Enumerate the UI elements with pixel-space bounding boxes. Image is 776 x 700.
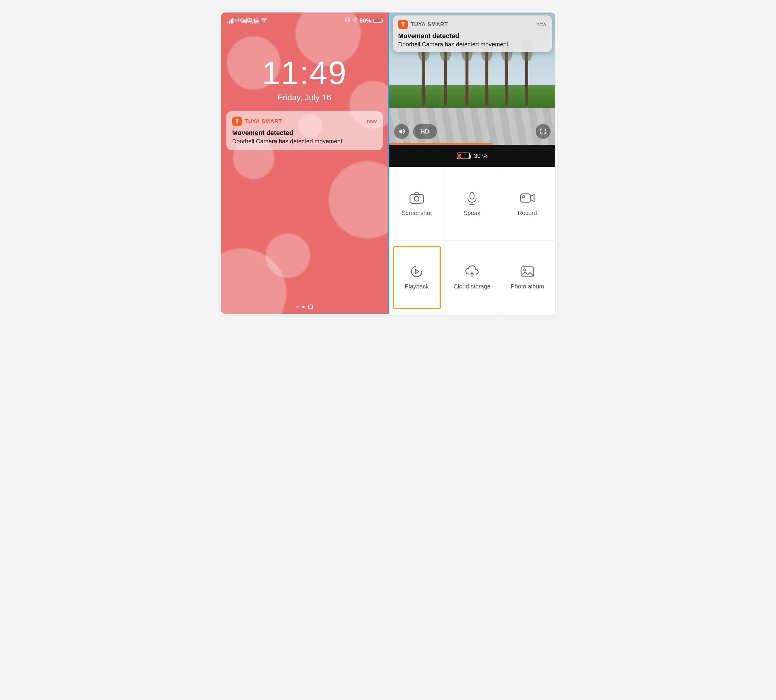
clock: 11:49 Friday, July 16 [221, 54, 388, 102]
tuya-app-icon [398, 20, 408, 29]
notification-time: now [367, 118, 377, 125]
svg-rect-4 [470, 192, 474, 199]
composite-frame: 中国电信 60% 11:49 Friday, July 16 [220, 12, 556, 314]
screenshot-button[interactable]: Screenshot [389, 167, 445, 240]
svg-rect-2 [410, 195, 424, 203]
notification-app-name: TUYA SMART [411, 22, 448, 28]
live-video[interactable]: TUYA SMART now Movement detected Doorbel… [389, 12, 555, 145]
photo-album-button[interactable]: Photo album [500, 240, 555, 314]
cloud-storage-button[interactable]: Cloud storage [445, 240, 500, 314]
svg-point-9 [524, 269, 526, 271]
device-battery-bar: 30 % [389, 145, 555, 167]
speak-button[interactable]: Speak [445, 167, 500, 240]
camera-icon[interactable] [308, 305, 313, 309]
page-dot-active [302, 306, 305, 308]
notification-time: now [536, 22, 546, 28]
lock-notification[interactable]: TUYA SMART now Movement detected Doorbel… [226, 111, 383, 150]
clock-date: Friday, July 16 [221, 93, 388, 102]
quality-button[interactable]: HD [413, 124, 437, 139]
location-icon [352, 17, 357, 24]
battery-pct: 60% [359, 17, 371, 24]
notification-body: Doorbell Camera has detected movement. [232, 138, 377, 145]
battery-icon [457, 153, 470, 159]
signal-icon [227, 18, 234, 23]
carrier-label: 中国电信 [235, 17, 259, 25]
fullscreen-button[interactable] [536, 124, 551, 139]
camera-app-screen: TUYA SMART now Movement detected Doorbel… [388, 12, 555, 314]
mute-button[interactable] [394, 124, 409, 139]
notification-title: Movement detected [398, 32, 546, 40]
svg-rect-5 [521, 194, 530, 202]
notification-app-name: TUYA SMART [245, 118, 282, 125]
status-bar: 中国电信 60% [221, 12, 388, 27]
banner-notification[interactable]: TUYA SMART now Movement detected Doorbel… [393, 15, 552, 52]
battery-icon [373, 19, 382, 23]
lock-rotation-icon [345, 17, 350, 24]
svg-point-0 [264, 22, 264, 23]
notification-body: Doorbell Camera has detected movement. [398, 41, 546, 48]
tuya-app-icon [232, 117, 242, 126]
record-button[interactable]: Record [500, 167, 555, 240]
page-dot [296, 306, 299, 308]
svg-point-6 [522, 196, 524, 198]
action-grid: Screenshot Speak Record Playback Cloud s… [389, 167, 555, 314]
clock-time: 11:49 [221, 54, 388, 92]
notification-title: Movement detected [232, 129, 377, 137]
lock-screen: 中国电信 60% 11:49 Friday, July 16 [221, 12, 388, 314]
video-progress-bar[interactable] [389, 143, 492, 145]
wifi-icon [261, 17, 267, 24]
playback-button[interactable]: Playback [389, 240, 445, 314]
svg-point-7 [412, 266, 422, 277]
svg-point-3 [414, 197, 419, 201]
device-battery-pct: 30 % [474, 153, 488, 159]
page-indicator [221, 305, 388, 309]
